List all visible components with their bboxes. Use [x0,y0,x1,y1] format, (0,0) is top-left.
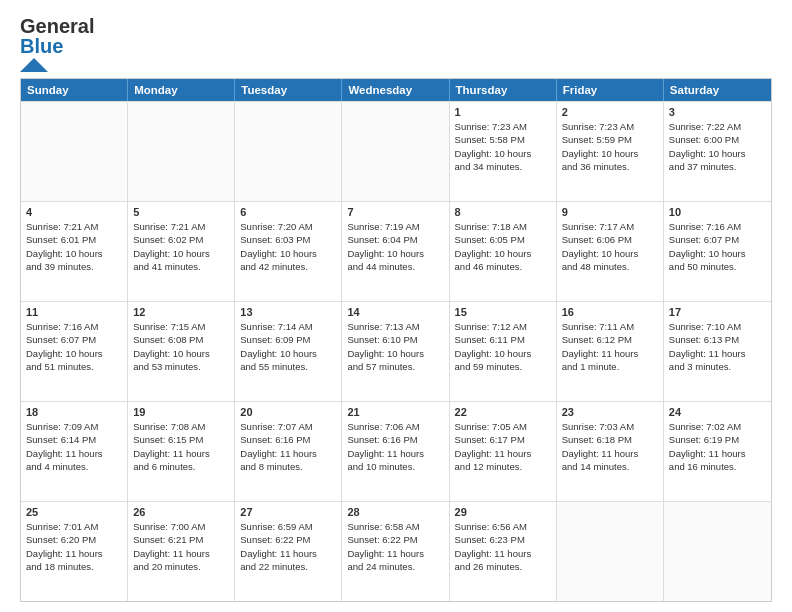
day-number: 6 [240,206,336,218]
cell-line: Sunset: 6:00 PM [669,133,766,146]
calendar-cell: 3Sunrise: 7:22 AMSunset: 6:00 PMDaylight… [664,102,771,201]
cell-line: Daylight: 11 hours [240,447,336,460]
cell-line: and 34 minutes. [455,160,551,173]
cell-line: and 18 minutes. [26,560,122,573]
day-number: 5 [133,206,229,218]
cell-line: and 51 minutes. [26,360,122,373]
calendar-cell: 15Sunrise: 7:12 AMSunset: 6:11 PMDayligh… [450,302,557,401]
cell-line: and 53 minutes. [133,360,229,373]
day-number: 8 [455,206,551,218]
day-number: 17 [669,306,766,318]
calendar-cell: 19Sunrise: 7:08 AMSunset: 6:15 PMDayligh… [128,402,235,501]
day-number: 24 [669,406,766,418]
day-number: 20 [240,406,336,418]
day-number: 11 [26,306,122,318]
cell-line: Sunrise: 7:09 AM [26,420,122,433]
cell-line: and 6 minutes. [133,460,229,473]
cell-line: Sunset: 6:22 PM [240,533,336,546]
day-number: 19 [133,406,229,418]
cell-line: and 37 minutes. [669,160,766,173]
calendar-week: 11Sunrise: 7:16 AMSunset: 6:07 PMDayligh… [21,301,771,401]
cell-line: Daylight: 10 hours [562,147,658,160]
cell-line: Daylight: 10 hours [26,347,122,360]
calendar-cell: 10Sunrise: 7:16 AMSunset: 6:07 PMDayligh… [664,202,771,301]
calendar-week: 25Sunrise: 7:01 AMSunset: 6:20 PMDayligh… [21,501,771,601]
cell-line: Daylight: 10 hours [240,247,336,260]
calendar-cell: 5Sunrise: 7:21 AMSunset: 6:02 PMDaylight… [128,202,235,301]
cell-line: Sunrise: 7:10 AM [669,320,766,333]
day-number: 14 [347,306,443,318]
cell-line: and 57 minutes. [347,360,443,373]
calendar-cell: 12Sunrise: 7:15 AMSunset: 6:08 PMDayligh… [128,302,235,401]
cell-line: Sunrise: 7:16 AM [26,320,122,333]
calendar-cell [557,502,664,601]
cell-line: Daylight: 10 hours [455,247,551,260]
day-number: 13 [240,306,336,318]
cell-line: Daylight: 10 hours [240,347,336,360]
calendar-cell: 21Sunrise: 7:06 AMSunset: 6:16 PMDayligh… [342,402,449,501]
cell-line: and 3 minutes. [669,360,766,373]
header: General Blue [20,16,772,72]
cell-line: Sunrise: 7:02 AM [669,420,766,433]
cell-line: Sunrise: 7:03 AM [562,420,658,433]
cell-line: Sunset: 6:15 PM [133,433,229,446]
day-number: 26 [133,506,229,518]
cell-line: and 44 minutes. [347,260,443,273]
cell-line: Sunset: 6:13 PM [669,333,766,346]
cell-line: Sunset: 5:58 PM [455,133,551,146]
day-number: 22 [455,406,551,418]
cell-line: and 24 minutes. [347,560,443,573]
cell-line: Daylight: 11 hours [26,547,122,560]
cell-line: Daylight: 11 hours [669,347,766,360]
cell-line: Sunset: 6:12 PM [562,333,658,346]
logo-icon [20,58,48,72]
cell-line: and 1 minute. [562,360,658,373]
calendar-cell [342,102,449,201]
cell-line: and 26 minutes. [455,560,551,573]
cell-line: Sunrise: 6:56 AM [455,520,551,533]
cell-line: Daylight: 11 hours [562,447,658,460]
cell-line: Daylight: 11 hours [347,447,443,460]
cell-line: Sunrise: 6:59 AM [240,520,336,533]
cell-line: Daylight: 10 hours [133,247,229,260]
cell-line: Sunset: 6:10 PM [347,333,443,346]
calendar-cell: 11Sunrise: 7:16 AMSunset: 6:07 PMDayligh… [21,302,128,401]
calendar-cell: 18Sunrise: 7:09 AMSunset: 6:14 PMDayligh… [21,402,128,501]
day-number: 23 [562,406,658,418]
cell-line: Daylight: 11 hours [347,547,443,560]
cell-line: Daylight: 10 hours [347,347,443,360]
weekday-header: Monday [128,79,235,101]
calendar-cell: 28Sunrise: 6:58 AMSunset: 6:22 PMDayligh… [342,502,449,601]
logo-blue: Blue [20,35,63,57]
cell-line: Sunset: 6:14 PM [26,433,122,446]
cell-line: Sunset: 6:23 PM [455,533,551,546]
cell-line: Daylight: 11 hours [133,547,229,560]
cell-line: and 46 minutes. [455,260,551,273]
cell-line: and 39 minutes. [26,260,122,273]
cell-line: Sunset: 6:17 PM [455,433,551,446]
calendar-cell: 20Sunrise: 7:07 AMSunset: 6:16 PMDayligh… [235,402,342,501]
cell-line: Daylight: 10 hours [669,247,766,260]
day-number: 3 [669,106,766,118]
cell-line: and 8 minutes. [240,460,336,473]
cell-line: and 10 minutes. [347,460,443,473]
cell-line: Sunset: 6:03 PM [240,233,336,246]
cell-line: Sunset: 6:22 PM [347,533,443,546]
calendar-cell: 29Sunrise: 6:56 AMSunset: 6:23 PMDayligh… [450,502,557,601]
cell-line: Sunset: 6:18 PM [562,433,658,446]
weekday-header: Wednesday [342,79,449,101]
cell-line: Daylight: 11 hours [26,447,122,460]
calendar-cell [128,102,235,201]
cell-line: Sunset: 5:59 PM [562,133,658,146]
cell-line: and 55 minutes. [240,360,336,373]
cell-line: Sunrise: 7:12 AM [455,320,551,333]
day-number: 21 [347,406,443,418]
calendar-header: SundayMondayTuesdayWednesdayThursdayFrid… [21,79,771,101]
calendar-body: 1Sunrise: 7:23 AMSunset: 5:58 PMDaylight… [21,101,771,601]
calendar-cell: 1Sunrise: 7:23 AMSunset: 5:58 PMDaylight… [450,102,557,201]
cell-line: Sunset: 6:02 PM [133,233,229,246]
cell-line: and 14 minutes. [562,460,658,473]
cell-line: Sunset: 6:07 PM [669,233,766,246]
calendar-cell: 16Sunrise: 7:11 AMSunset: 6:12 PMDayligh… [557,302,664,401]
calendar-cell: 27Sunrise: 6:59 AMSunset: 6:22 PMDayligh… [235,502,342,601]
